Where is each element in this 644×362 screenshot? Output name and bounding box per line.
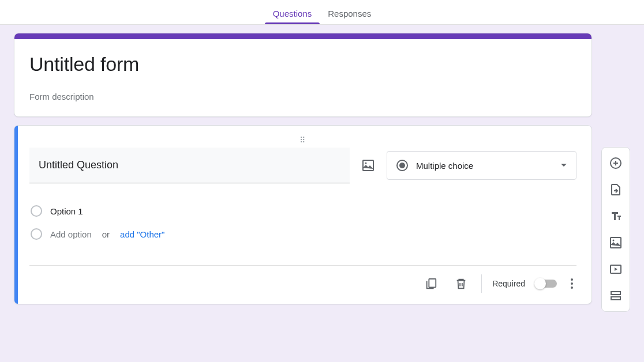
add-video-button[interactable] <box>605 258 626 280</box>
question-footer: Required <box>29 265 576 293</box>
tab-questions[interactable]: Questions <box>265 9 320 24</box>
add-image-icon[interactable] <box>361 159 375 172</box>
question-type-select[interactable]: Multiple choice <box>387 151 576 180</box>
add-question-button[interactable] <box>605 152 626 174</box>
required-toggle[interactable] <box>536 280 557 288</box>
required-label: Required <box>492 279 525 288</box>
delete-button[interactable] <box>451 274 471 293</box>
question-type-label: Multiple choice <box>416 161 473 171</box>
radio-icon <box>396 160 408 171</box>
import-questions-button[interactable] <box>605 179 626 201</box>
side-toolbar <box>601 147 630 312</box>
form-description-input[interactable]: Form description <box>29 92 576 101</box>
svg-point-1 <box>365 163 367 164</box>
option-row[interactable]: Option 1 <box>29 199 576 223</box>
add-title-button[interactable] <box>605 205 626 227</box>
header-accent-bar <box>14 33 591 39</box>
drag-handle-icon[interactable]: ⠿ <box>29 137 576 143</box>
svg-rect-2 <box>429 279 436 288</box>
svg-rect-4 <box>611 237 621 248</box>
duplicate-button[interactable] <box>421 274 441 293</box>
add-option-button[interactable]: Add option <box>50 229 92 239</box>
question-title-input[interactable] <box>29 148 350 183</box>
or-text: or <box>102 229 110 239</box>
form-header-card: Untitled form Form description <box>14 33 592 117</box>
tabs-bar: Questions Responses <box>0 0 644 25</box>
chevron-down-icon <box>561 164 567 167</box>
tab-responses[interactable]: Responses <box>320 9 379 24</box>
form-title-input[interactable]: Untitled form <box>29 53 576 76</box>
svg-rect-0 <box>363 160 373 171</box>
divider <box>481 274 482 293</box>
form-column: Untitled form Form description ⠿ Multipl… <box>14 33 592 304</box>
add-other-button[interactable]: add "Other" <box>120 229 164 239</box>
option-label[interactable]: Option 1 <box>50 206 83 216</box>
add-image-button[interactable] <box>605 232 626 254</box>
add-section-button[interactable] <box>605 285 626 307</box>
more-options-button[interactable] <box>567 275 576 292</box>
svg-rect-7 <box>611 292 620 295</box>
question-card: ⠿ Multiple choice Option 1 Ad <box>14 125 592 304</box>
radio-empty-icon <box>31 228 42 240</box>
svg-rect-8 <box>611 297 620 300</box>
add-option-row: Add option or add "Other" <box>29 223 576 246</box>
radio-empty-icon <box>31 205 42 217</box>
main-content: Untitled form Form description ⠿ Multipl… <box>0 25 644 323</box>
question-row: Multiple choice <box>29 148 576 183</box>
svg-point-5 <box>613 240 615 242</box>
